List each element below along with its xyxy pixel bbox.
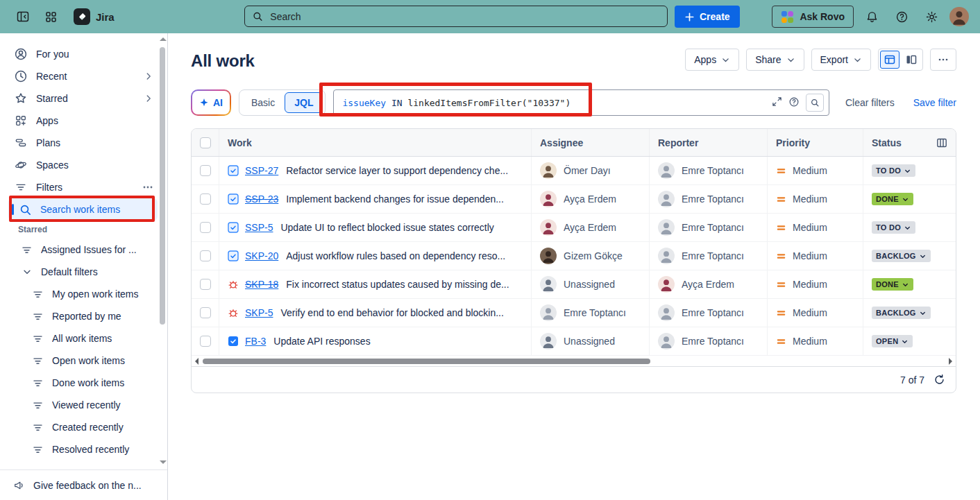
issue-summary[interactable]: Verify end to end behavior for blocked a… [280, 307, 503, 318]
issue-summary[interactable]: Implement backend changes for issue depe… [286, 193, 504, 205]
detail-view-button[interactable] [902, 51, 921, 69]
export-dropdown-button[interactable]: Export [811, 49, 871, 71]
select-all-checkbox[interactable] [200, 137, 211, 148]
settings-button[interactable] [920, 6, 943, 28]
column-header-assignee[interactable]: Assignee [532, 129, 650, 156]
jql-mode-button[interactable]: JQL [285, 92, 323, 113]
user-avatar[interactable] [949, 7, 969, 26]
status-badge[interactable]: OPEN [872, 335, 913, 347]
jira-logo[interactable]: Jira [74, 8, 115, 25]
sidebar-group-default-filters[interactable]: Default filters [8, 261, 158, 283]
scroll-down-arrow[interactable] [160, 460, 167, 464]
reporter-name: Emre Toptancı [682, 250, 744, 261]
reporter-name: Emre Toptancı [682, 165, 744, 176]
status-badge[interactable]: DONE [872, 278, 913, 291]
issue-key-link[interactable]: SSP-27 [245, 165, 278, 176]
sidebar-filter-all-work-items[interactable]: All work items [8, 327, 158, 350]
scrollbar-thumb[interactable] [203, 359, 650, 364]
sidebar-item-search-work-items[interactable]: Search work items [8, 198, 158, 221]
notifications-button[interactable] [860, 6, 884, 28]
sidebar-filter-viewed-recently[interactable]: Viewed recently [8, 394, 158, 416]
column-header-priority[interactable]: Priority [768, 129, 863, 156]
syntax-help-icon[interactable] [788, 96, 800, 110]
status-badge[interactable]: DONE [872, 193, 913, 205]
collapse-sidebar-icon [16, 10, 30, 24]
sidebar-filter-reported-by-me[interactable]: Reported by me [8, 305, 158, 327]
list-view-button[interactable] [880, 51, 899, 69]
scroll-right-arrow[interactable] [949, 358, 952, 365]
scroll-up-arrow[interactable] [160, 37, 167, 41]
more-options-icon[interactable] [142, 182, 153, 193]
column-header-status[interactable]: Status [872, 137, 902, 148]
reporter-name: Emre Toptancı [682, 307, 744, 318]
more-actions-button[interactable] [930, 49, 956, 71]
configure-columns-button[interactable] [936, 137, 947, 148]
work-type-icon [228, 250, 239, 261]
issue-summary[interactable]: Fix incorrect status updates caused by m… [286, 279, 509, 290]
refresh-button[interactable] [933, 374, 945, 386]
sidebar-filter-my-open-work-items[interactable]: My open work items [8, 283, 158, 305]
sidebar-filter-created-recently[interactable]: Created recently [8, 416, 158, 438]
column-header-work[interactable]: Work [219, 129, 532, 156]
give-feedback-button[interactable]: Give feedback on the n... [0, 469, 167, 500]
table-row: FB-3 Update API responses Unassigned Emr… [192, 327, 956, 356]
table-row: SKP-20 Adjust workflow rules based on de… [192, 242, 956, 270]
ask-rovo-button[interactable]: Ask Rovo [772, 6, 854, 28]
share-dropdown-button[interactable]: Share [746, 49, 804, 71]
sidebar-item-apps[interactable]: Apps [8, 110, 158, 132]
sidebar-item-plans[interactable]: Plans [8, 132, 158, 154]
issue-summary[interactable]: Update UI to reflect blocked issue state… [280, 222, 493, 233]
save-filter-button[interactable]: Save filter [913, 97, 956, 108]
expand-editor-icon[interactable] [772, 96, 782, 109]
jql-query-text[interactable]: issueKey IN linkedItemsFromFilter("10337… [342, 98, 766, 108]
row-checkbox[interactable] [200, 222, 211, 233]
global-search-input[interactable] [269, 10, 660, 23]
issue-key-link[interactable]: SSP-5 [245, 222, 273, 233]
scrollbar-thumb[interactable] [160, 47, 165, 325]
help-button[interactable] [890, 6, 913, 28]
sidebar-item-recent[interactable]: Recent [8, 65, 158, 87]
issue-summary[interactable]: Update API responses [273, 336, 370, 347]
row-checkbox[interactable] [200, 336, 211, 347]
row-checkbox[interactable] [200, 279, 211, 290]
sidebar-item-filters[interactable]: Filters [8, 176, 158, 198]
sidebar-filter-open-work-items[interactable]: Open work items [8, 350, 158, 372]
issue-summary[interactable]: Adjust workflow rules based on dependenc… [286, 250, 505, 261]
row-checkbox[interactable] [200, 307, 211, 318]
issue-key-link[interactable]: SSP-23 [245, 193, 278, 205]
chevron-down-icon [904, 167, 911, 175]
sidebar-filter-resolved-recently[interactable]: Resolved recently [8, 438, 158, 460]
issue-key-link[interactable]: FB-3 [245, 336, 266, 347]
issue-key-link[interactable]: SKP-5 [245, 307, 273, 318]
app-switcher-button[interactable] [39, 6, 62, 28]
issue-summary[interactable]: Refactor service layer to support depend… [286, 165, 508, 176]
plus-icon [684, 12, 695, 22]
jql-query-input[interactable]: issueKey IN linkedItemsFromFilter("10337… [333, 89, 829, 116]
status-badge[interactable]: TO DO [872, 221, 915, 234]
status-badge[interactable]: TO DO [872, 164, 915, 177]
sidebar-filter-assigned-issues[interactable]: Assigned Issues for ... [8, 239, 158, 261]
status-badge[interactable]: BACKLOG [872, 307, 931, 319]
run-search-button[interactable] [806, 94, 824, 112]
sidebar-filter-done-work-items[interactable]: Done work items [8, 372, 158, 394]
planet-icon [14, 158, 28, 172]
issue-key-link[interactable]: SKP-20 [245, 250, 278, 261]
clear-filters-button[interactable]: Clear filters [845, 97, 895, 108]
sidebar-item-spaces[interactable]: Spaces [8, 154, 158, 176]
sidebar-item-starred[interactable]: Starred [8, 87, 158, 110]
row-checkbox[interactable] [200, 193, 211, 205]
column-header-reporter[interactable]: Reporter [650, 129, 768, 156]
row-checkbox[interactable] [200, 165, 211, 176]
chevron-down-icon [786, 55, 795, 64]
collapse-sidebar-button[interactable] [11, 6, 35, 28]
ai-search-button[interactable]: AI [191, 89, 231, 116]
filter-icon [32, 377, 44, 389]
status-badge[interactable]: BACKLOG [872, 250, 931, 262]
issue-key-link[interactable]: SKP-18 [245, 279, 278, 290]
basic-mode-button[interactable]: Basic [242, 92, 285, 113]
create-button[interactable]: Create [675, 6, 740, 28]
scroll-left-arrow[interactable] [195, 358, 198, 365]
sidebar-item-for-you[interactable]: For you [8, 43, 158, 65]
apps-dropdown-button[interactable]: Apps [685, 49, 739, 71]
row-checkbox[interactable] [200, 250, 211, 261]
